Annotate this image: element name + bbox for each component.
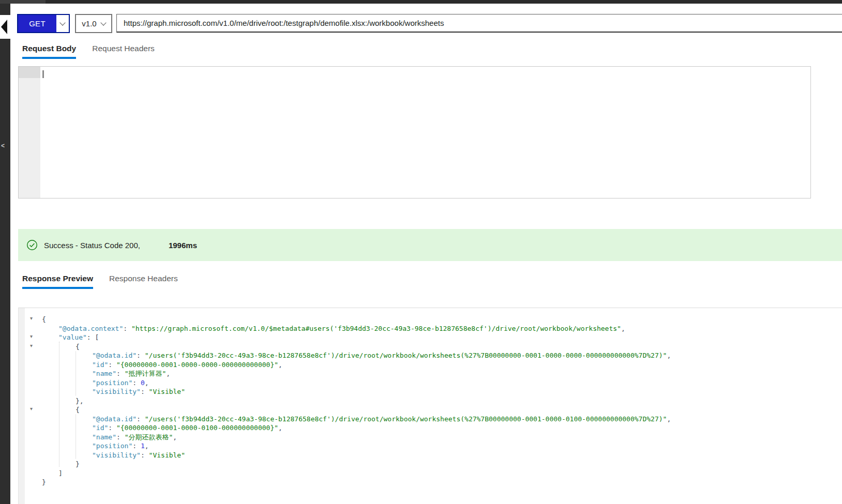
json-line: ]: [25, 469, 842, 478]
collapse-toggle-icon[interactable]: ▾: [30, 406, 33, 412]
json-code: "id": "{00000000-0001-0000-0100-00000000…: [42, 423, 282, 433]
json-line: "id": "{00000000-0001-0000-0000-00000000…: [25, 360, 842, 370]
json-code: {: [42, 315, 46, 324]
tab-response-headers[interactable]: Response Headers: [109, 274, 178, 289]
json-line: "position": 1,: [25, 441, 842, 451]
json-line: "id": "{00000000-0001-0000-0100-00000000…: [25, 423, 842, 433]
response-preview-panel: ▾{"@odata.context": "https://graph.micro…: [18, 308, 842, 504]
json-code: },: [42, 396, 84, 406]
json-line: "visibility": "Visible": [25, 387, 842, 396]
editor-active-line-gutter: [19, 67, 40, 78]
collapsed-sidebar: <: [0, 4, 10, 504]
top-bar: [0, 0, 842, 4]
url-input[interactable]: [116, 14, 842, 33]
request-body-editor[interactable]: [18, 66, 811, 198]
status-message: Success - Status Code 200,: [44, 241, 140, 250]
json-line: }: [25, 478, 842, 487]
json-code: "value": [: [42, 333, 99, 342]
json-line: ▾{: [25, 342, 842, 352]
json-line: },: [25, 396, 842, 406]
json-line: ▾{: [25, 315, 842, 324]
json-code: "visibility": "Visible": [42, 387, 185, 396]
json-line: "name": "分期还款表格",: [25, 433, 842, 442]
json-code: "name": "分期还款表格",: [42, 433, 177, 442]
sidebar-collapse-handle[interactable]: [0, 15, 10, 39]
json-code: "name": "抵押计算器",: [42, 369, 170, 378]
tab-request-headers[interactable]: Request Headers: [92, 44, 155, 59]
collapse-toggle-icon[interactable]: ▾: [30, 333, 33, 340]
json-code: "@odata.id": "/users('f3b94dd3-20cc-49a3…: [42, 351, 671, 360]
scrollbar-track[interactable]: [19, 308, 25, 504]
json-code: "position": 0,: [42, 378, 149, 388]
json-line: "name": "抵押计算器",: [25, 369, 842, 378]
json-line: "visibility": "Visible": [25, 451, 842, 460]
json-code: }: [42, 460, 80, 469]
version-label: v1.0: [82, 19, 96, 28]
editor-gutter: [19, 67, 40, 198]
json-code: "visibility": "Visible": [42, 451, 185, 460]
json-line: ▾{: [25, 405, 842, 415]
json-line: }: [25, 460, 842, 469]
json-line: "@odata.id": "/users('f3b94dd3-20cc-49a3…: [25, 351, 842, 360]
json-code: {: [42, 405, 80, 415]
json-viewer-rows: ▾{"@odata.context": "https://graph.micro…: [25, 315, 842, 487]
tab-response-preview[interactable]: Response Preview: [22, 274, 93, 289]
collapse-toggle-icon[interactable]: ▾: [30, 343, 33, 349]
top-bar-segment: [0, 0, 46, 4]
response-tabs: Response Preview Response Headers: [22, 274, 178, 289]
json-code: "@odata.context": "https://graph.microso…: [42, 324, 625, 333]
json-line: "position": 0,: [25, 378, 842, 388]
text-cursor: [42, 70, 44, 78]
success-check-icon: [26, 239, 38, 251]
status-banner: Success - Status Code 200, 1996ms: [18, 229, 842, 261]
version-dropdown[interactable]: v1.0: [75, 14, 112, 33]
request-tabs: Request Body Request Headers: [22, 44, 155, 59]
json-line: "@odata.id": "/users('f3b94dd3-20cc-49a3…: [25, 415, 842, 424]
method-dropdown[interactable]: GET: [17, 14, 70, 33]
json-code: }: [42, 478, 46, 487]
chevron-left-icon: [1, 20, 7, 34]
collapse-toggle-icon[interactable]: ▾: [30, 315, 33, 322]
chevron-down-icon[interactable]: [56, 15, 69, 32]
json-code: "@odata.id": "/users('f3b94dd3-20cc-49a3…: [42, 415, 671, 424]
json-line: "@odata.context": "https://graph.microso…: [25, 324, 842, 333]
chevron-left-icon[interactable]: <: [1, 142, 5, 149]
json-code: ]: [42, 469, 63, 478]
json-line: ▾"value": [: [25, 333, 842, 342]
method-label: GET: [18, 15, 56, 32]
chevron-down-icon: [100, 20, 106, 25]
response-time: 1996ms: [169, 241, 197, 250]
request-bar: GET v1.0: [17, 14, 842, 33]
tab-request-body[interactable]: Request Body: [22, 44, 76, 59]
json-code: {: [42, 342, 80, 352]
json-code: "id": "{00000000-0001-0000-0000-00000000…: [42, 360, 282, 370]
json-code: "position": 1,: [42, 441, 149, 451]
